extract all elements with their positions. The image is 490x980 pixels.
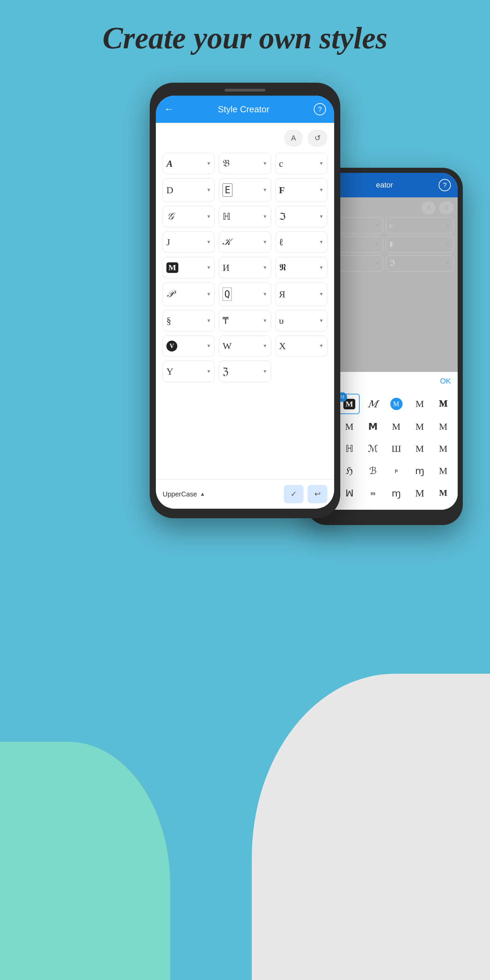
reset-icon: ↺ [314, 134, 321, 143]
letter-char-p: 𝒫 [166, 288, 173, 300]
letter-char-y: Υ [166, 366, 173, 377]
letter-cell-i[interactable]: ℑ ▼ [275, 206, 327, 227]
page-heading: Create your own styles [0, 0, 490, 83]
popup-cell-normal-m1[interactable]: M [409, 394, 430, 414]
bottom-actions: ✓ ↩ [284, 485, 327, 503]
popup-cell-ipa-m2[interactable]: ɱ [386, 483, 407, 503]
letter-cell-d[interactable]: D ▼ [163, 178, 215, 202]
letter-cell-n[interactable]: И ▼ [219, 257, 271, 278]
popup-cell-ipa-m[interactable]: ɱ [409, 461, 430, 480]
popup-char-wide-m: M [439, 466, 447, 476]
secondary-help-button[interactable]: ? [439, 179, 451, 191]
letter-cell-q[interactable]: Q ▼ [219, 282, 271, 306]
arrow-c: ▼ [319, 161, 324, 166]
case-label: UpperCase ▲ [163, 490, 205, 498]
letter-cell-t[interactable]: ₸ ▼ [219, 310, 271, 331]
letter-cell-b[interactable]: 𝔅 ▼ [219, 153, 271, 174]
popup-char-normal-m5: M [439, 421, 447, 432]
letter-char-x: X [279, 340, 286, 352]
primary-help-button[interactable]: ? [314, 103, 326, 115]
popup-cell-ds-m[interactable]: ℍ [339, 439, 360, 458]
letter-cell-m[interactable]: M ▼ [163, 257, 215, 278]
popup-cell-circle-m[interactable]: M [386, 394, 407, 414]
popup-ok-button[interactable]: OK [440, 377, 451, 385]
letter-cell-u[interactable]: υ ▼ [275, 310, 327, 331]
reset-action-button[interactable]: ↺ [308, 130, 327, 147]
letter-cell-c[interactable]: c ▼ [275, 153, 327, 174]
letter-cell-y[interactable]: Υ ▼ [163, 361, 215, 382]
popup-cell-normal-m5[interactable]: M [433, 417, 453, 436]
letter-cell-g[interactable]: 𝒢 ▼ [163, 206, 215, 227]
popup-cell-old-m[interactable]: ꟽ [339, 483, 360, 503]
letter-char-m: M [166, 262, 178, 273]
bg-wave-white [252, 674, 490, 980]
popup-cell-sh-m[interactable]: Ш [386, 439, 407, 458]
letter-char-b: 𝔅 [223, 158, 230, 169]
popup-cell-misc1[interactable]: ℬ [363, 461, 383, 480]
popup-char-misc1: ℬ [369, 465, 377, 476]
popup-cell-normal-m3[interactable]: M [386, 417, 407, 436]
popup-char-normal-m3: M [392, 421, 401, 432]
letter-cell-l[interactable]: ℓ ▼ [275, 231, 327, 253]
letter-char-o: 𝕹 [279, 262, 286, 273]
arrow-o: ▼ [319, 265, 324, 270]
popup-char-bold-m: 𝐌 [439, 399, 447, 409]
popup-char-frak-h: ℌ [346, 465, 353, 476]
arrow-d: ▼ [206, 188, 211, 193]
letter-cell-z[interactable]: ℨ ▼ [219, 361, 271, 382]
popup-cell-frak-h[interactable]: ℌ [339, 461, 360, 480]
popup-cell-sans-bold-m[interactable]: 𝗠 [363, 417, 383, 436]
popup-cell-sup-m[interactable]: ᵯ [363, 483, 383, 503]
popup-cell-bold-m[interactable]: 𝐌 [433, 394, 453, 414]
popup-char-normal-m2: M [345, 421, 353, 432]
letter-char-k: 𝒦 [223, 237, 231, 248]
popup-cell-cal-m[interactable]: ℳ [363, 439, 383, 458]
popup-cell-wide-m[interactable]: M [433, 461, 453, 480]
back-button[interactable]: ← [164, 104, 173, 115]
letter-char-a: A [166, 158, 173, 169]
letter-cell-a[interactable]: A ▼ [163, 153, 215, 174]
arrow-y: ▼ [206, 369, 211, 374]
arrow-j: ▼ [206, 240, 211, 245]
popup-cell-normal-m2[interactable]: M [339, 417, 360, 436]
popup-cell-misc2[interactable]: ᴩ [386, 461, 407, 480]
letter-cell-o[interactable]: 𝕹 ▼ [275, 257, 327, 278]
popup-cell-normal-m4[interactable]: M [409, 417, 430, 436]
letter-cell-p[interactable]: 𝒫 ▼ [163, 282, 215, 306]
arrow-z: ▼ [263, 369, 267, 374]
letter-cell-f[interactable]: F ▼ [275, 178, 327, 202]
undo-button[interactable]: ↩ [308, 485, 327, 503]
font-action-button[interactable]: A [284, 130, 303, 147]
popup-char-xlarge-m: M [439, 488, 447, 498]
letter-cell-e[interactable]: E ▼ [219, 178, 271, 202]
popup-cell-italic-m[interactable]: 𝑀 [363, 394, 383, 414]
letter-cell-h[interactable]: ℍ ▼ [219, 206, 271, 227]
letter-cell-w[interactable]: W ▼ [219, 336, 271, 356]
popup-char-sans-bold-m: 𝗠 [368, 421, 378, 432]
arrow-x: ▼ [319, 343, 324, 349]
letter-cell-j[interactable]: J ▼ [163, 231, 215, 253]
popup-cell-serif-m[interactable]: M [433, 439, 453, 458]
primary-app-bar: ← Style Creator ? [156, 95, 334, 123]
arrow-q: ▼ [263, 292, 267, 297]
check-button[interactable]: ✓ [284, 485, 304, 503]
popup-cell-rot-m[interactable]: M [409, 439, 430, 458]
letter-cell-v[interactable]: V ▼ [163, 336, 215, 356]
arrow-h: ▼ [263, 214, 267, 220]
popup-cell-large-m[interactable]: M [409, 483, 430, 503]
arrow-u: ▼ [319, 318, 324, 324]
arrow-b: ▼ [263, 161, 267, 166]
letter-cell-r[interactable]: Я ▼ [275, 282, 327, 306]
letter-char-v: V [166, 340, 177, 352]
letter-cell-x[interactable]: X ▼ [275, 336, 327, 356]
letter-cell-s[interactable]: § ▼ [163, 310, 215, 331]
arrow-p: ▼ [206, 292, 211, 297]
popup-cell-xlarge-m[interactable]: M [433, 483, 453, 503]
popup-cell-bold-box-m[interactable]: M M [339, 394, 360, 414]
arrow-r: ▼ [319, 292, 324, 297]
letter-cell-k[interactable]: 𝒦 ▼ [219, 231, 271, 253]
letter-char-t: ₸ [223, 315, 229, 326]
letter-char-j: J [166, 237, 170, 248]
arrow-g: ▼ [206, 214, 211, 220]
letter-char-f: F [279, 185, 285, 196]
